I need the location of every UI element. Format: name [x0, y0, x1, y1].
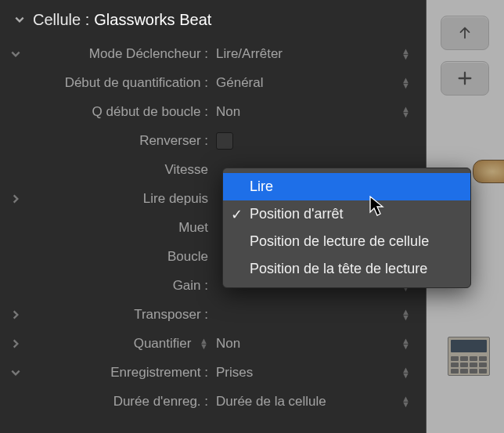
chevron-down-icon[interactable] — [14, 14, 33, 25]
stepper-icon[interactable]: ▲▼ — [401, 367, 410, 378]
quant-start-value[interactable]: Général ▲▼ — [208, 75, 426, 91]
chevron-right-icon[interactable] — [0, 309, 31, 320]
add-button[interactable] — [441, 61, 489, 96]
rec-length-label: Durée d'enreg. : — [31, 394, 208, 410]
loop-label: Boucle — [31, 249, 208, 265]
menu-item-play[interactable]: Lire — [223, 173, 470, 200]
stepper-icon[interactable]: ▲▼ — [401, 78, 410, 88]
play-from-label: Lire depuis — [31, 191, 208, 207]
instrument-thumbnail — [448, 337, 490, 376]
chevron-down-icon[interactable] — [0, 49, 31, 60]
stepper-icon[interactable]: ▲▼ — [401, 396, 410, 407]
quantize-label: Quantifier ▲▼ — [31, 336, 208, 352]
stepper-icon[interactable]: ▲▼ — [401, 309, 410, 320]
section-header[interactable]: Cellule : Glassworks Beat — [0, 0, 426, 39]
reverse-checkbox[interactable] — [216, 132, 233, 150]
row-rec-length: Durée d'enreg. : Durée de la cellule ▲▼ — [0, 387, 426, 416]
play-from-menu: Lire ✓ Position d'arrêt Position de lect… — [222, 168, 471, 288]
stepper-icon[interactable]: ▲▼ — [401, 106, 410, 117]
header-title: Glassworks Beat — [94, 11, 211, 29]
row-quantize: Quantifier ▲▼ Non ▲▼ — [0, 329, 426, 358]
chevron-down-icon[interactable] — [0, 367, 31, 378]
check-icon: ✓ — [223, 206, 250, 223]
menu-item-stop-position[interactable]: ✓ Position d'arrêt — [223, 200, 470, 228]
row-transpose: Transposer : ▲▼ — [0, 300, 426, 329]
row-reverse: Renverser : — [0, 126, 426, 155]
stepper-icon[interactable]: ▲▼ — [200, 338, 208, 349]
speed-label: Vitesse — [31, 162, 208, 178]
rec-length-value[interactable]: Durée de la cellule ▲▼ — [208, 394, 426, 410]
row-quant-start: Début de quantification : Général ▲▼ — [0, 68, 426, 97]
reverse-label: Renverser : — [31, 133, 208, 149]
chevron-right-icon[interactable] — [0, 193, 31, 204]
q-loop-start-label: Q début de boucle : — [31, 104, 208, 120]
row-q-loop-start: Q début de boucle : Non ▲▼ — [0, 97, 426, 126]
q-loop-start-value[interactable]: Non ▲▼ — [208, 104, 426, 120]
chevron-right-icon[interactable] — [0, 338, 31, 349]
row-record: Enregistrement : Prises ▲▼ — [0, 358, 426, 387]
stepper-icon[interactable]: ▲▼ — [401, 338, 410, 349]
up-arrow-button[interactable] — [441, 16, 489, 50]
menu-item-cell-play-position[interactable]: Position de lecture de cellule — [223, 228, 470, 255]
mute-label: Muet — [31, 220, 208, 236]
record-value[interactable]: Prises ▲▼ — [208, 365, 426, 381]
gain-label: Gain : — [31, 278, 208, 294]
transpose-label: Transposer : — [31, 307, 208, 323]
track-thumbnail — [473, 160, 504, 183]
trigger-mode-value[interactable]: Lire/Arrêter ▲▼ — [208, 46, 426, 62]
header-prefix: Cellule : — [33, 11, 89, 29]
quant-start-label: Début de quantification : — [31, 75, 208, 91]
menu-item-playhead-position[interactable]: Position de la tête de lecture — [223, 255, 470, 283]
trigger-mode-label: Mode Déclencheur : — [31, 46, 208, 62]
quantize-value[interactable]: Non ▲▼ — [208, 336, 426, 352]
record-label: Enregistrement : — [31, 365, 208, 381]
row-trigger-mode: Mode Déclencheur : Lire/Arrêter ▲▼ — [0, 39, 426, 68]
stepper-icon[interactable]: ▲▼ — [401, 49, 410, 60]
